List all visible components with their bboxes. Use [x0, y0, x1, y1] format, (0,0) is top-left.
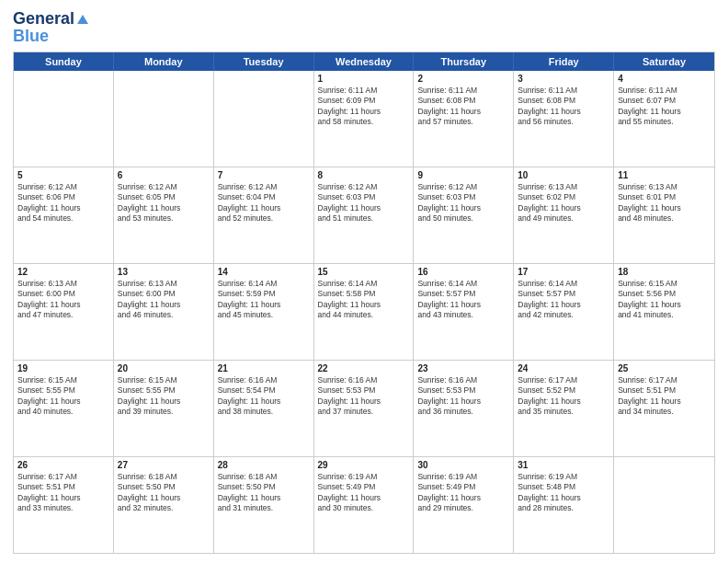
day-info-line: and 48 minutes.	[618, 213, 711, 224]
day-info-line: Sunrise: 6:13 AM	[118, 279, 210, 289]
calendar-row: 12Sunrise: 6:13 AMSunset: 6:00 PMDayligh…	[14, 264, 714, 361]
day-number: 15	[318, 267, 410, 277]
day-info-line: Sunrise: 6:19 AM	[518, 472, 609, 482]
day-info-line: Daylight: 11 hours	[417, 396, 509, 407]
day-info-line: Sunset: 5:49 PM	[417, 482, 509, 492]
day-info-line: Sunset: 5:52 PM	[518, 385, 609, 396]
day-info-line: and 39 minutes.	[118, 407, 210, 417]
calendar-day-cell: 20Sunrise: 6:15 AMSunset: 5:55 PMDayligh…	[114, 361, 214, 456]
day-info-line: Sunset: 5:59 PM	[218, 289, 310, 299]
day-info-line: Daylight: 11 hours	[218, 203, 310, 213]
day-info-line: and 29 minutes.	[417, 503, 509, 513]
day-info-line: Sunrise: 6:12 AM	[17, 182, 109, 192]
day-info-line: Sunrise: 6:14 AM	[518, 279, 609, 289]
day-info-line: Daylight: 11 hours	[618, 107, 711, 117]
calendar-day-cell: 30Sunrise: 6:19 AMSunset: 5:49 PMDayligh…	[414, 457, 514, 553]
calendar-day-cell: 10Sunrise: 6:13 AMSunset: 6:02 PMDayligh…	[514, 167, 614, 263]
day-number: 22	[318, 363, 410, 373]
day-number: 7	[218, 170, 310, 180]
day-info-line: Sunrise: 6:19 AM	[318, 472, 410, 482]
day-number: 24	[518, 363, 609, 373]
day-info-line: Sunrise: 6:17 AM	[518, 375, 609, 385]
header: General Blue	[13, 9, 715, 46]
day-info-line: and 31 minutes.	[218, 503, 310, 513]
day-info-line: Sunrise: 6:13 AM	[618, 182, 711, 192]
day-number: 23	[417, 363, 509, 373]
calendar-body: 1Sunrise: 6:11 AMSunset: 6:09 PMDaylight…	[14, 71, 714, 553]
day-info-line: and 45 minutes.	[218, 310, 310, 320]
page: General Blue SundayMondayTuesdayWednesda…	[0, 0, 728, 563]
day-info-line: and 41 minutes.	[618, 310, 711, 320]
day-number: 11	[618, 170, 711, 180]
weekday-header: Monday	[114, 52, 214, 71]
day-info-line: and 57 minutes.	[417, 117, 509, 127]
day-info-line: Sunset: 5:57 PM	[518, 289, 609, 299]
day-info-line: Daylight: 11 hours	[318, 107, 410, 117]
calendar-day-cell: 5Sunrise: 6:12 AMSunset: 6:06 PMDaylight…	[14, 167, 114, 263]
day-info-line: Sunset: 6:00 PM	[118, 289, 210, 299]
day-number: 18	[618, 267, 711, 277]
weekday-header: Friday	[514, 52, 614, 71]
day-info-line: Sunset: 6:09 PM	[318, 96, 410, 106]
day-info-line: and 32 minutes.	[118, 503, 210, 513]
day-info-line: and 49 minutes.	[518, 213, 609, 224]
day-info-line: Daylight: 11 hours	[618, 396, 711, 407]
day-info-line: Sunrise: 6:11 AM	[318, 86, 410, 96]
day-number: 6	[118, 170, 210, 180]
day-number: 25	[618, 363, 711, 373]
day-info-line: Sunset: 5:48 PM	[518, 482, 609, 492]
day-info-line: Daylight: 11 hours	[518, 107, 609, 117]
svg-marker-0	[77, 15, 88, 24]
day-info-line: Daylight: 11 hours	[17, 396, 109, 407]
day-info-line: Sunrise: 6:11 AM	[618, 86, 711, 96]
day-info-line: Sunset: 6:08 PM	[417, 96, 509, 106]
day-info-line: Sunrise: 6:13 AM	[17, 279, 109, 289]
calendar-day-cell: 13Sunrise: 6:13 AMSunset: 6:00 PMDayligh…	[114, 264, 214, 360]
day-number: 2	[417, 74, 509, 84]
day-info-line: Sunrise: 6:12 AM	[417, 182, 509, 192]
day-number: 26	[17, 460, 109, 470]
day-info-line: Daylight: 11 hours	[318, 203, 410, 213]
day-info-line: Daylight: 11 hours	[318, 396, 410, 407]
day-info-line: Daylight: 11 hours	[518, 300, 609, 310]
day-info-line: Daylight: 11 hours	[618, 203, 711, 213]
day-info-line: Sunrise: 6:14 AM	[318, 279, 410, 289]
day-info-line: and 53 minutes.	[118, 213, 210, 224]
day-info-line: Sunset: 6:01 PM	[618, 192, 711, 202]
day-info-line: Daylight: 11 hours	[318, 493, 410, 503]
day-number: 14	[218, 267, 310, 277]
day-number: 5	[17, 170, 109, 180]
day-number: 29	[318, 460, 410, 470]
day-info-line: Sunrise: 6:11 AM	[518, 86, 609, 96]
day-number: 9	[417, 170, 509, 180]
day-info-line: and 37 minutes.	[318, 407, 410, 417]
day-info-line: Sunrise: 6:16 AM	[218, 375, 310, 385]
day-info-line: Sunset: 6:05 PM	[118, 192, 210, 202]
day-info-line: Sunset: 6:03 PM	[417, 192, 509, 202]
day-info-line: and 35 minutes.	[518, 407, 609, 417]
day-info-line: and 43 minutes.	[417, 310, 509, 320]
calendar-day-cell: 22Sunrise: 6:16 AMSunset: 5:53 PMDayligh…	[314, 361, 415, 456]
day-info-line: Daylight: 11 hours	[17, 300, 109, 310]
day-info-line: Daylight: 11 hours	[218, 493, 310, 503]
calendar-day-cell: 21Sunrise: 6:16 AMSunset: 5:54 PMDayligh…	[214, 361, 314, 456]
calendar-day-cell: 27Sunrise: 6:18 AMSunset: 5:50 PMDayligh…	[114, 457, 214, 553]
calendar-header: SundayMondayTuesdayWednesdayThursdayFrid…	[14, 52, 714, 71]
day-info-line: and 38 minutes.	[218, 407, 310, 417]
day-info-line: Daylight: 11 hours	[118, 300, 210, 310]
day-info-line: Daylight: 11 hours	[318, 300, 410, 310]
day-info-line: Sunset: 5:53 PM	[318, 385, 410, 396]
day-info-line: Sunrise: 6:16 AM	[417, 375, 509, 385]
day-info-line: Sunset: 5:49 PM	[318, 482, 410, 492]
calendar-day-cell: 26Sunrise: 6:17 AMSunset: 5:51 PMDayligh…	[14, 457, 114, 553]
calendar-row: 5Sunrise: 6:12 AMSunset: 6:06 PMDaylight…	[14, 167, 714, 264]
day-info-line: Sunset: 5:51 PM	[618, 385, 711, 396]
day-info-line: and 42 minutes.	[518, 310, 609, 320]
day-info-line: Daylight: 11 hours	[218, 300, 310, 310]
day-info-line: and 44 minutes.	[318, 310, 410, 320]
day-info-line: Sunrise: 6:14 AM	[218, 279, 310, 289]
calendar-day-cell: 28Sunrise: 6:18 AMSunset: 5:50 PMDayligh…	[214, 457, 314, 553]
calendar-day-cell: 3Sunrise: 6:11 AMSunset: 6:08 PMDaylight…	[514, 71, 614, 167]
day-info-line: Daylight: 11 hours	[17, 203, 109, 213]
day-info-line: Sunset: 5:51 PM	[17, 482, 109, 492]
